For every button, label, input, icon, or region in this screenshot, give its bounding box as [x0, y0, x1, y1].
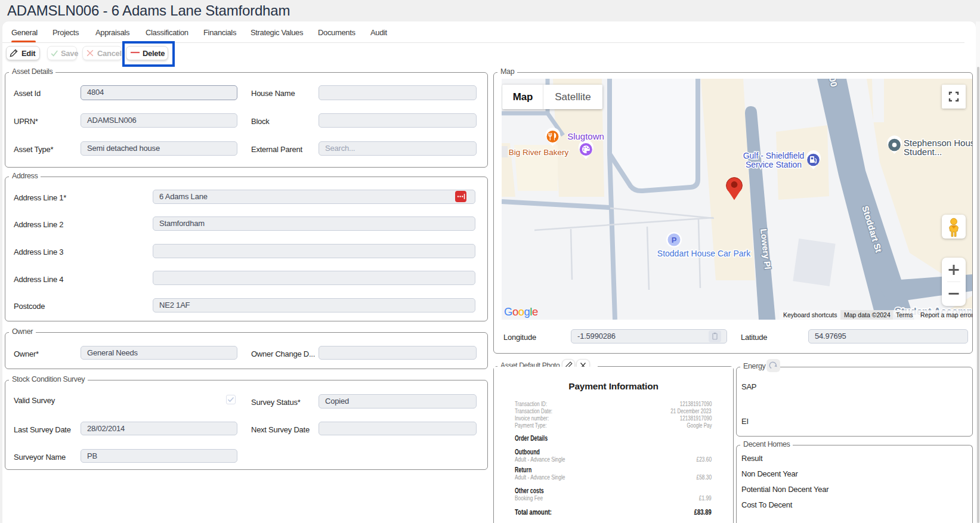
svg-text:Gulf - Shieldfield: Gulf - Shieldfield	[743, 151, 805, 160]
svg-text:Student...: Student...	[904, 147, 942, 157]
svg-text:Terms: Terms	[896, 311, 913, 318]
svg-text:Google: Google	[504, 305, 538, 318]
svg-text:Service Station: Service Station	[746, 160, 802, 169]
svg-text:Keyboard shortcuts: Keyboard shortcuts	[783, 311, 837, 318]
svg-text:P: P	[672, 236, 677, 245]
svg-text:Slugtown: Slugtown	[567, 131, 604, 141]
svg-text:Map data ©2024: Map data ©2024	[844, 311, 891, 318]
svg-text:Big River Bakery: Big River Bakery	[509, 148, 569, 157]
svg-text:Stoddart House Car Park: Stoddart House Car Park	[657, 249, 751, 258]
svg-text:Report a map error: Report a map error	[920, 311, 972, 318]
